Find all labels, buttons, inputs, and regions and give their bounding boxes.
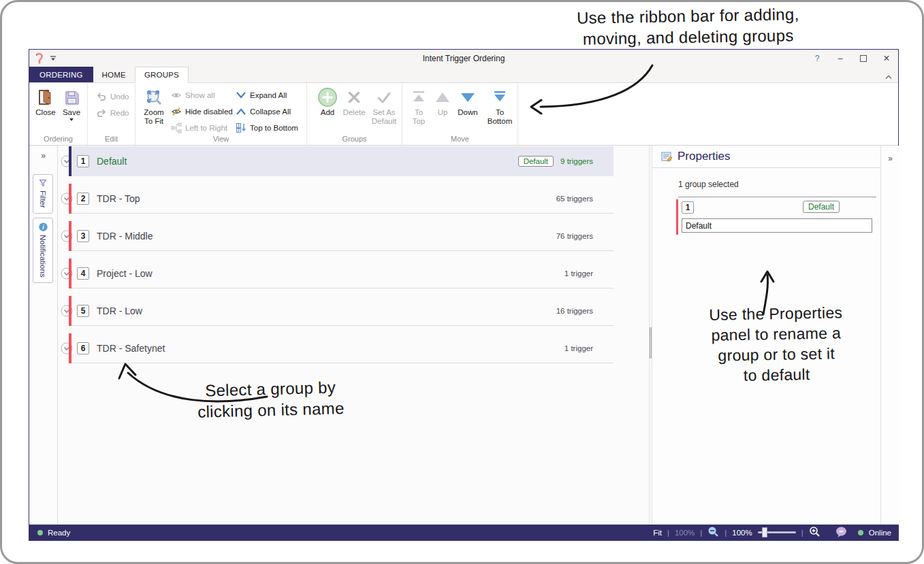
status-bar: Ready Fit | 100% | | 100% | Online (29, 525, 898, 540)
trigger-count: 65 triggers (556, 195, 593, 203)
expand-left-panel-icon[interactable]: » (29, 151, 57, 161)
group-label-ordering: Ordering (29, 135, 87, 143)
zoom-in-icon[interactable] (809, 526, 821, 539)
move-down-button[interactable]: Down (454, 86, 481, 117)
separator: | (801, 529, 803, 537)
undo-button: Undo (96, 90, 129, 103)
filter-funnel-icon (37, 179, 48, 187)
tab-filter[interactable]: Filter (33, 174, 53, 214)
group-label-view: View (136, 135, 306, 143)
close-button[interactable]: Close (33, 86, 58, 117)
filter-label: Filter (39, 190, 47, 213)
group-label-move: Move (402, 135, 517, 143)
save-button[interactable]: Save (59, 86, 84, 121)
expand-all-button[interactable]: Expand All (236, 88, 287, 102)
help-button[interactable]: ? (806, 50, 829, 67)
to-top-icon (411, 86, 427, 108)
info-icon: i (38, 222, 48, 231)
undo-icon (96, 91, 107, 102)
move-to-top-button: To Top (408, 86, 430, 126)
group-row-2[interactable]: 2 TDR - Top 65 triggers (61, 184, 614, 214)
hide-disabled-button[interactable]: Hide disabled (171, 105, 233, 118)
down-triangle-icon (459, 86, 477, 108)
default-badge: Default (518, 156, 554, 167)
group-number-badge: 2 (77, 193, 89, 205)
group-number-badge: 3 (77, 230, 89, 242)
trigger-count: 16 triggers (556, 307, 593, 315)
close-window-button[interactable]: × (875, 50, 898, 67)
chat-icon[interactable] (835, 527, 847, 539)
move-to-bottom-button[interactable]: To Bottom (484, 86, 515, 126)
minimize-button[interactable]: – (829, 50, 852, 67)
zoom-level-left: 100% (675, 529, 695, 537)
eye-icon (171, 90, 182, 101)
check-icon (375, 86, 393, 108)
group-row-6[interactable]: 6 TDR - Safetynet 1 trigger (61, 333, 614, 363)
save-dropdown-icon[interactable] (69, 118, 74, 121)
group-name[interactable]: TDR - Top (97, 193, 140, 204)
online-label: Online (869, 529, 891, 537)
to-bottom-icon (492, 86, 508, 108)
group-row-4[interactable]: 4 Project - Low 1 trigger (61, 259, 614, 288)
ready-status-dot (37, 530, 43, 535)
zoom-to-fit-button[interactable]: Zoom To Fit (140, 86, 168, 126)
up-triangle-icon (434, 86, 451, 108)
group-number-badge: 6 (77, 342, 89, 354)
left-to-right-button: Left to Right (171, 121, 227, 135)
tab-groups[interactable]: GROUPS (135, 67, 189, 83)
top-to-bottom-button[interactable]: 12 Top to Bottom (236, 121, 298, 135)
group-row-3[interactable]: 3 TDR - Middle 76 triggers (61, 221, 614, 251)
group-number-badge: 5 (77, 305, 89, 317)
group-name-input[interactable] (682, 218, 872, 233)
maximize-button[interactable] (852, 50, 875, 67)
zoom-slider[interactable] (758, 531, 796, 533)
redo-icon (96, 107, 107, 118)
group-number-badge: 4 (77, 267, 89, 280)
svg-text:1: 1 (238, 123, 240, 127)
trigger-count: 1 trigger (564, 269, 593, 278)
collapse-properties-icon[interactable]: » (881, 154, 899, 163)
maximize-icon (860, 55, 867, 62)
ribbon-tab-bar: ORDERING HOME GROUPS (29, 67, 898, 83)
set-as-default-button: Set As Default (367, 86, 401, 126)
annotation-properties-note: Use the Properties panel to rename a gro… (677, 301, 876, 386)
close-label: Close (35, 108, 55, 117)
group-name[interactable]: TDR - Middle (97, 231, 153, 242)
ribbon-group-groups: Add Delete Set As Default Groups (307, 83, 402, 145)
group-row-5[interactable]: 5 TDR - Low 16 triggers (61, 296, 614, 326)
selection-info: 1 group selected (678, 180, 739, 189)
online-status-dot (858, 530, 863, 535)
zoom-level-right: 100% (732, 529, 752, 537)
trigger-count: 1 trigger (564, 344, 593, 352)
tab-ordering-file[interactable]: ORDERING (29, 67, 93, 82)
tab-notifications[interactable]: i Notifications (33, 218, 53, 283)
collapse-ribbon-icon[interactable] (885, 70, 893, 82)
delete-group-button: Delete (341, 86, 367, 117)
annotation-select-note: Select a group by clicking on its name (173, 376, 368, 422)
zoom-out-icon[interactable] (707, 526, 719, 539)
properties-title: Properties (678, 150, 730, 163)
group-name[interactable]: TDR - Low (97, 305, 142, 316)
group-color-bar (676, 199, 678, 235)
collapse-all-button[interactable]: Collapse All (236, 105, 291, 118)
group-name[interactable]: Default (97, 156, 127, 167)
group-name[interactable]: Project - Low (97, 268, 153, 279)
zoom-slider-handle[interactable] (762, 527, 767, 537)
default-badge[interactable]: Default (803, 201, 840, 213)
separator: | (724, 529, 727, 537)
group-row-1[interactable]: 1 Default Default 9 triggers (61, 146, 614, 176)
window-title: Intent Trigger Ordering (29, 54, 898, 63)
tab-home[interactable]: HOME (93, 67, 135, 82)
numbered-list-icon: 12 (236, 122, 246, 133)
group-name[interactable]: TDR - Safetynet (97, 343, 165, 354)
group-number-badge: 1 (682, 201, 694, 214)
notifications-label: Notifications (39, 235, 47, 282)
delete-x-icon (345, 86, 363, 108)
ribbon-group-edit: Undo Redo Edit (88, 83, 136, 145)
fit-button[interactable]: Fit (653, 529, 662, 537)
left-panel-strip: » Filter i Notifications (29, 146, 58, 525)
group-label-groups: Groups (307, 135, 402, 143)
chevron-up-icon (236, 107, 246, 116)
ribbon-group-view: Zoom To Fit Show all Hide disabled Left … (136, 83, 307, 145)
add-group-button[interactable]: Add (315, 86, 340, 117)
